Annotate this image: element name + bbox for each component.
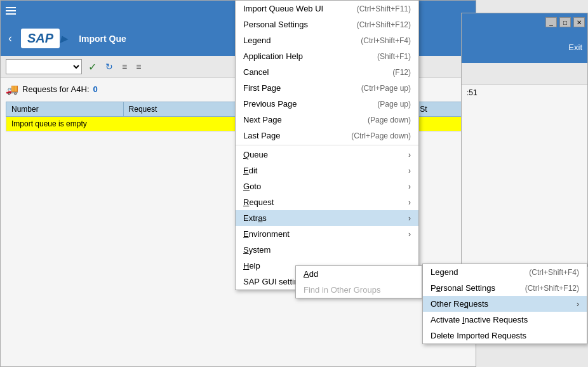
menu-item-request[interactable]: Request ›: [236, 194, 418, 210]
menu-shortcut: (Page up): [377, 100, 411, 109]
menu-label: Add: [304, 269, 318, 279]
menu-label: Extras: [243, 213, 267, 223]
menu-item-environment[interactable]: Environment ›: [236, 226, 418, 242]
menu-label: Previous Page: [243, 99, 297, 109]
menu-item-queue[interactable]: Queue ›: [236, 147, 418, 163]
menu-shortcut: (Ctrl+Page up): [361, 84, 411, 93]
menu-shortcut: (Ctrl+Shift+F12): [357, 20, 411, 29]
menu-label: Goto: [243, 182, 261, 191]
menu-label: First Page: [243, 83, 281, 93]
menu-item-find-in-other-groups: Find in Other Groups: [296, 282, 422, 298]
menu-item-system[interactable]: System: [236, 242, 418, 258]
menu-shortcut: (Page down): [368, 116, 411, 124]
menu-item-first-page[interactable]: First Page (Ctrl+Page up): [236, 80, 418, 96]
menu-label: Import Queue Web UI: [243, 4, 323, 13]
main-dropdown-menu: Import Queue Web UI (Ctrl+Shift+F11) Per…: [235, 0, 419, 290]
menu-item-other-requests[interactable]: Other Requests ›: [423, 296, 587, 312]
menu-item-last-page[interactable]: Last Page (Ctrl+Page down): [236, 128, 418, 143]
menu-item-next-page[interactable]: Next Page (Page down): [236, 112, 418, 128]
arrow-icon: ›: [408, 166, 411, 175]
arrow-icon: ›: [408, 198, 411, 207]
arrow-icon: ›: [408, 230, 411, 239]
menu-label: Last Page: [243, 131, 281, 140]
menu-label: Personal Settings: [431, 283, 495, 293]
menu-item-activate-inactive[interactable]: Activate Inactive Requests: [423, 312, 587, 328]
menu-item-application-help[interactable]: Application Help (Shift+F1): [236, 48, 418, 64]
menu-item-delete-imported[interactable]: Delete Imported Requests: [423, 328, 587, 344]
menu-label: Personal Settings: [243, 20, 308, 29]
arrow-icon: ›: [577, 300, 579, 309]
menu-item-import-queue-web-ui[interactable]: Import Queue Web UI (Ctrl+Shift+F11): [236, 1, 418, 17]
menu-label: Legend: [243, 36, 271, 45]
menu-label: Activate Inactive Requests: [431, 315, 528, 324]
submenu-other-requests: Legend (Ctrl+Shift+F4) Personal Settings…: [422, 264, 587, 344]
menu-item-personal-settings-sub[interactable]: Personal Settings (Ctrl+Shift+F12): [423, 280, 587, 296]
menu-item-add[interactable]: Add: [296, 266, 422, 282]
menu-item-previous-page[interactable]: Previous Page (Page up): [236, 96, 418, 112]
menu-item-edit[interactable]: Edit ›: [236, 163, 418, 178]
menu-item-extras[interactable]: Extras ›: [236, 210, 418, 226]
arrow-icon: ›: [408, 182, 411, 191]
menu-item-goto[interactable]: Goto ›: [236, 178, 418, 194]
menu-label: Other Requests: [431, 299, 488, 309]
menu-shortcut: (Ctrl+Shift+F4): [361, 36, 411, 45]
menu-divider-1: [236, 145, 418, 145]
menu-item-cancel[interactable]: Cancel (F12): [236, 64, 418, 80]
menu-shortcut: (Ctrl+Shift+F11): [357, 4, 411, 13]
menu-label: Find in Other Groups: [304, 285, 380, 295]
menu-label: Application Help: [243, 51, 303, 61]
menu-item-personal-settings[interactable]: Personal Settings (Ctrl+Shift+F12): [236, 17, 418, 32]
menu-label: Legend: [431, 267, 458, 277]
arrow-icon: ›: [408, 214, 411, 223]
menu-label: System: [243, 245, 271, 255]
menu-item-legend-sub[interactable]: Legend (Ctrl+Shift+F4): [423, 264, 587, 280]
arrow-icon: ›: [408, 150, 411, 159]
menu-shortcut: (F12): [392, 68, 411, 77]
menu-shortcut: (Ctrl+Page down): [351, 131, 411, 140]
menu-label: Help: [243, 261, 260, 270]
menu-label: Edit: [243, 166, 257, 175]
submenu-extras: Add Find in Other Groups: [295, 265, 422, 298]
menu-label: Request: [243, 197, 274, 207]
menu-label: Next Page: [243, 115, 282, 124]
menu-shortcut: (Ctrl+Shift+F4): [529, 268, 579, 277]
menu-label: Delete Imported Requests: [431, 331, 526, 340]
menu-item-legend[interactable]: Legend (Ctrl+Shift+F4): [236, 32, 418, 48]
menu-label: Queue: [243, 150, 268, 159]
menu-shortcut: (Shift+F1): [377, 52, 411, 61]
menu-label: Cancel: [243, 67, 269, 77]
menu-label: Environment: [243, 229, 290, 239]
menu-shortcut: (Ctrl+Shift+F12): [525, 284, 579, 293]
